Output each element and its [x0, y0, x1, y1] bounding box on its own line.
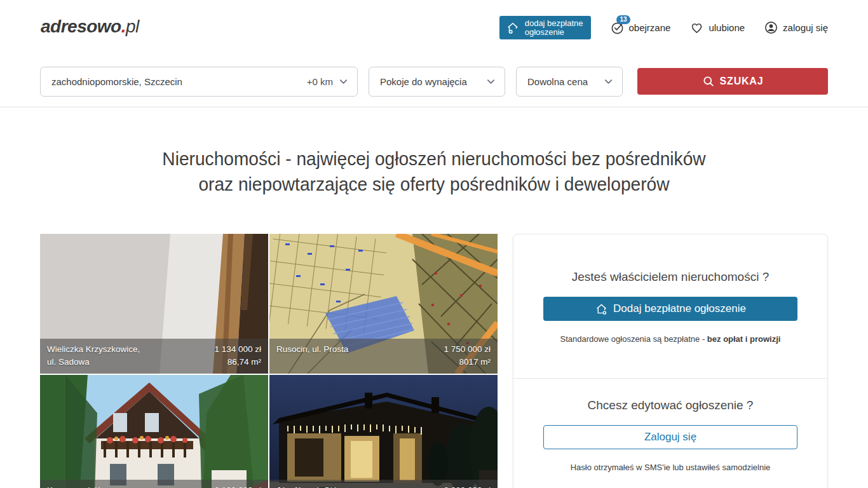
listing-price: 1 750 000 zł	[444, 343, 491, 356]
listing-price: 2 100 000 zł	[214, 484, 261, 488]
owner-panel: Jesteś właścicielem nieruchomości ? Doda…	[513, 234, 828, 488]
page-title-line2: oraz niepowtarzające się oferty pośredni…	[198, 174, 669, 194]
chevron-down-icon	[486, 77, 496, 86]
page-title: Nieruchomości - najwięcej ogłoszeń nieru…	[13, 146, 855, 197]
owner-title: Jesteś właścicielem nieruchomości ?	[513, 270, 827, 284]
listings-grid: Wieliczka Krzyszkowice, ul. Sadowa 1 134…	[40, 234, 498, 488]
listing-photo-house-day	[40, 375, 268, 488]
listing-card-karpacz[interactable]: Karpacz, ul. Komuny 2 100 000 zł	[40, 375, 268, 488]
chevron-down-icon	[339, 77, 348, 86]
check-circle-icon: 13	[610, 20, 625, 35]
location-value: zachodniopomorskie, Szczecin	[51, 76, 307, 87]
radius-value: +0 km	[307, 76, 333, 87]
favorites-label: ulubione	[709, 22, 745, 33]
listing-price: 2 080 000 zł	[444, 484, 491, 488]
listing-card-wieliczka[interactable]: Wieliczka Krzyszkowice, ul. Sadowa 1 134…	[40, 234, 268, 374]
edit-note: Hasło otrzymałeś w SMS'ie lub ustawiłeś …	[513, 463, 827, 472]
chevron-down-icon	[604, 77, 613, 86]
radius-select[interactable]: +0 km	[307, 76, 348, 87]
card-divider	[513, 378, 827, 379]
login-link[interactable]: zaloguj się	[764, 20, 828, 35]
viewed-link[interactable]: 13 obejrzane	[610, 20, 671, 35]
login-label: zaloguj się	[783, 22, 828, 33]
listing-overlay: Wieliczka Krzyszkowice, ul. Sadowa 1 134…	[40, 339, 268, 374]
user-circle-icon	[764, 20, 778, 35]
viewed-count-badge: 13	[616, 15, 630, 24]
edit-section: Chcesz edytować ogłoszenie ? Zaloguj się…	[513, 398, 827, 472]
listing-overlay: Karpacz, ul. Komuny 2 100 000 zł	[40, 480, 268, 488]
search-icon	[702, 75, 715, 88]
heart-icon	[689, 20, 704, 35]
search-button-label: SZUKAJ	[720, 76, 764, 87]
listing-overlay: Józefów, ul. Główna 2 080 000 zł	[269, 480, 498, 488]
listing-card-jozefow[interactable]: Józefów, ul. Główna 2 080 000 zł	[269, 375, 498, 488]
add-free-listing-label: Dodaj bezpłatne ogłoszenie	[613, 302, 746, 315]
owner-section: Jesteś właścicielem nieruchomości ? Doda…	[513, 270, 827, 344]
header: adresowo.pl dodaj bezpłatne ogłoszenie	[0, 0, 868, 56]
property-type-value: Pokoje do wynajęcia	[380, 76, 467, 87]
header-actions: dodaj bezpłatne ogłoszenie 13 obejrzane	[499, 16, 828, 39]
login-button[interactable]: Zaloguj się	[543, 425, 797, 449]
listing-photo-house-night	[269, 375, 498, 488]
listing-location: Wieliczka Krzyszkowice,	[47, 343, 140, 356]
favorites-link[interactable]: ulubione	[689, 20, 745, 35]
house-plus-icon	[595, 302, 608, 316]
house-plus-icon	[506, 21, 520, 35]
location-input[interactable]: zachodniopomorskie, Szczecin +0 km	[40, 67, 358, 97]
logo-name: adresowo	[41, 17, 121, 36]
logo-tld: pl	[126, 17, 139, 36]
add-free-listing-button[interactable]: Dodaj bezpłatne ogłoszenie	[543, 297, 797, 321]
add-listing-button[interactable]: dodaj bezpłatne ogłoszenie	[499, 16, 591, 39]
logo[interactable]: adresowo.pl	[41, 17, 139, 37]
listing-street: ul. Sadowa	[47, 356, 140, 369]
adresowo-homepage: adresowo.pl dodaj bezpłatne ogłoszenie	[0, 0, 868, 488]
logo-dot: .	[121, 17, 126, 36]
listing-area: 8017 m²	[444, 356, 491, 369]
edit-title: Chcesz edytować ogłoszenie ?	[513, 398, 827, 412]
listing-area: 86,74 m²	[214, 356, 261, 369]
page-title-line1: Nieruchomości - najwięcej ogłoszeń nieru…	[162, 149, 705, 169]
section-divider	[0, 107, 868, 107]
login-button-label: Zaloguj się	[644, 431, 696, 444]
add-listing-label: dodaj bezpłatne ogłoszenie	[525, 19, 583, 37]
listing-location: Józefów, ul. Główna	[276, 484, 353, 488]
listing-card-rusocin[interactable]: Rusocin, ul. Prosta 1 750 000 zł 8017 m²	[269, 234, 498, 374]
listing-price: 1 134 000 zł	[214, 343, 261, 356]
listing-overlay: Rusocin, ul. Prosta 1 750 000 zł 8017 m²	[269, 339, 498, 374]
price-value: Dowolna cena	[527, 76, 588, 87]
owner-note: Standardowe ogłoszenia są bezpłatne - be…	[513, 334, 827, 344]
listing-location: Rusocin, ul. Prosta	[276, 343, 348, 356]
search-button[interactable]: SZUKAJ	[637, 68, 828, 95]
viewed-label: obejrzane	[629, 22, 671, 33]
property-type-select[interactable]: Pokoje do wynajęcia	[369, 67, 505, 97]
price-select[interactable]: Dowolna cena	[516, 67, 623, 97]
listing-location: Karpacz, ul. Komuny	[47, 484, 126, 488]
